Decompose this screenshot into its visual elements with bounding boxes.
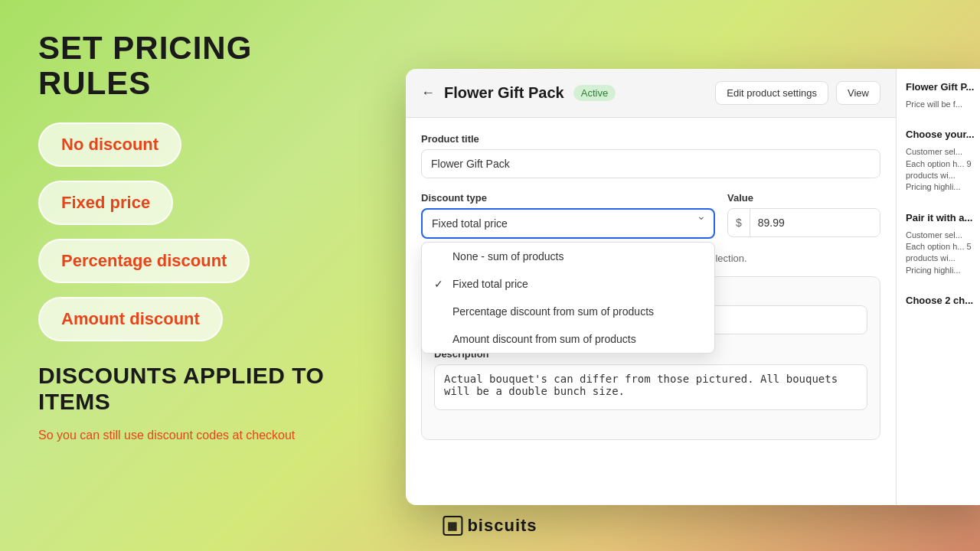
header-actions: Edit product settings View bbox=[715, 81, 880, 105]
app-header: ← Flower Gift Pack Active Edit product s… bbox=[406, 69, 896, 118]
step-desc-textarea[interactable]: Actual bouquet's can differ from those p… bbox=[434, 364, 867, 410]
discount-row-group: Discount type Fixed total price ⌄ None -… bbox=[421, 192, 880, 239]
sidebar-section-2-text: Customer sel... Each option h... 9 produ… bbox=[906, 146, 978, 194]
product-title-group: Product title bbox=[421, 133, 880, 178]
pill-percentage-discount[interactable]: Percentage discount bbox=[38, 239, 250, 283]
sidebar-section-4: Choose 2 ch... bbox=[906, 295, 978, 308]
right-sidebar: Flower Gift P... Price will be f... Choo… bbox=[896, 69, 980, 505]
view-button[interactable]: View bbox=[836, 81, 880, 105]
biscuits-logo-icon: ▦ bbox=[443, 516, 462, 536]
sidebar-section-3-title: Pair it with a... bbox=[906, 212, 978, 225]
checkmark-amount bbox=[434, 333, 446, 345]
dropdown-label-fixed-total: Fixed total price bbox=[452, 278, 528, 290]
back-arrow-icon[interactable]: ← bbox=[421, 85, 435, 101]
left-panel: SET PRICING RULES No discount Fixed pric… bbox=[0, 0, 398, 551]
dropdown-label-none: None - sum of products bbox=[452, 250, 564, 262]
currency-symbol: $ bbox=[728, 209, 750, 236]
value-input[interactable] bbox=[750, 209, 880, 236]
sidebar-section-1-text: Price will be f... bbox=[906, 99, 978, 110]
value-wrapper: Value $ bbox=[727, 192, 880, 239]
checkmark-none bbox=[434, 250, 446, 262]
main-content: ← Flower Gift Pack Active Edit product s… bbox=[406, 69, 896, 505]
discount-type-value: Fixed total price bbox=[432, 217, 508, 230]
main-title: SET PRICING RULES bbox=[38, 31, 360, 101]
checkmark-fixed-total: ✓ bbox=[434, 278, 446, 290]
form-area: Product title Discount type Fixed total … bbox=[406, 118, 896, 505]
sidebar-section-4-title: Choose 2 ch... bbox=[906, 295, 978, 308]
step-desc-group: Description Actual bouquet's can differ … bbox=[434, 348, 867, 413]
sidebar-section-2: Choose your... Customer sel... Each opti… bbox=[906, 129, 978, 193]
discount-type-wrapper: Discount type Fixed total price ⌄ None -… bbox=[421, 192, 715, 239]
biscuits-logo-text: biscuits bbox=[467, 516, 537, 536]
discount-type-select[interactable]: Fixed total price ⌄ bbox=[421, 208, 715, 239]
product-title-label: Product title bbox=[421, 133, 880, 145]
edit-product-settings-button[interactable]: Edit product settings bbox=[715, 81, 828, 105]
value-input-container: $ bbox=[727, 208, 880, 237]
discounts-title: DISCOUNTS APPLIED TO ITEMS bbox=[38, 363, 360, 415]
sidebar-section-2-title: Choose your... bbox=[906, 129, 978, 142]
pill-amount-discount[interactable]: Amount discount bbox=[38, 297, 223, 341]
pill-fixed-price[interactable]: Fixed price bbox=[38, 181, 173, 225]
sidebar-section-3: Pair it with a... Customer sel... Each o… bbox=[906, 212, 978, 276]
logo-bar: ▦ biscuits bbox=[443, 516, 537, 536]
dropdown-label-amount: Amount discount from sum of products bbox=[452, 333, 636, 345]
discounts-subtitle: So you can still use discount codes at c… bbox=[38, 429, 360, 442]
dropdown-item-none[interactable]: None - sum of products bbox=[422, 243, 714, 270]
checkmark-percentage bbox=[434, 305, 446, 318]
discount-type-label: Discount type bbox=[421, 192, 715, 204]
dropdown-item-amount[interactable]: Amount discount from sum of products bbox=[422, 325, 714, 353]
app-window: ← Flower Gift Pack Active Edit product s… bbox=[406, 69, 980, 505]
page-title: Flower Gift Pack bbox=[444, 84, 564, 102]
sidebar-section-1: Flower Gift P... Price will be f... bbox=[906, 81, 978, 110]
dropdown-item-percentage[interactable]: Percentage discount from sum of products bbox=[422, 298, 714, 325]
sidebar-section-3-text: Customer sel... Each option h... 5 produ… bbox=[906, 230, 978, 277]
product-title-input[interactable] bbox=[421, 149, 880, 178]
discount-row: Discount type Fixed total price ⌄ None -… bbox=[421, 192, 880, 239]
dropdown-item-fixed-total[interactable]: ✓ Fixed total price bbox=[422, 270, 714, 298]
chevron-down-icon: ⌄ bbox=[697, 210, 706, 222]
dropdown-label-percentage: Percentage discount from sum of products bbox=[452, 305, 654, 318]
value-label: Value bbox=[727, 192, 880, 204]
pill-no-discount[interactable]: No discount bbox=[38, 122, 181, 167]
discount-type-dropdown: None - sum of products ✓ Fixed total pri… bbox=[421, 242, 715, 354]
sidebar-section-1-title: Flower Gift P... bbox=[906, 81, 978, 94]
status-badge: Active bbox=[573, 85, 616, 101]
